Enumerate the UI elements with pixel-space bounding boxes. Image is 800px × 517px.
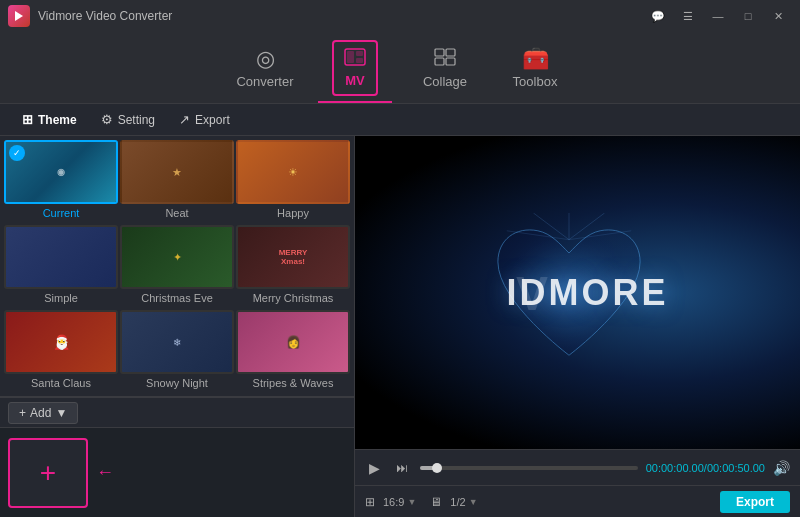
- resolution-value: 1/2: [450, 496, 465, 508]
- subtab-export-label: Export: [195, 113, 230, 127]
- sub-tabs: ⊞ Theme ⚙ Setting ↗ Export: [0, 104, 800, 136]
- theme-stripes-waves[interactable]: 👩 Stripes & Waves: [236, 310, 350, 393]
- controls-bar: ⊞ 16:9 ▼ 🖥 1/2 ▼ Export: [355, 485, 800, 517]
- aspect-ratio-select[interactable]: 16:9 ▼: [383, 496, 416, 508]
- play-button[interactable]: ▶: [365, 458, 384, 478]
- left-bottom: + Add ▼ + ←: [0, 396, 354, 517]
- svg-rect-2: [347, 51, 354, 63]
- theme-simple[interactable]: Simple: [4, 225, 118, 308]
- svg-rect-7: [435, 58, 444, 65]
- setting-icon: ⚙: [101, 112, 113, 127]
- subtab-export[interactable]: ↗ Export: [169, 108, 240, 131]
- theme-santa-claus-label: Santa Claus: [31, 377, 91, 389]
- theme-christmas-eve-label: Christmas Eve: [141, 292, 213, 304]
- preview-background: V IDMORE: [355, 136, 800, 449]
- minimize-button[interactable]: —: [704, 6, 732, 26]
- converter-icon: ◎: [256, 48, 275, 70]
- maximize-button[interactable]: □: [734, 6, 762, 26]
- preview-text: IDMORE: [507, 272, 669, 314]
- tab-collage-label: Collage: [423, 74, 467, 89]
- theme-snowy-night[interactable]: ❄ Snowy Night: [120, 310, 234, 393]
- toolbox-icon: 🧰: [522, 48, 549, 70]
- skip-button[interactable]: ⏭: [392, 459, 412, 477]
- right-panel: V IDMORE ▶ ⏭ 00:00:00.00/00:00:50.00 🔊 ⊞: [355, 136, 800, 517]
- subtab-theme-label: Theme: [38, 113, 77, 127]
- svg-rect-6: [446, 49, 455, 56]
- app-title: Vidmore Video Converter: [38, 9, 644, 23]
- add-media-plus-icon: +: [40, 457, 56, 489]
- progress-thumb: [432, 463, 442, 473]
- selected-check: ✓: [9, 145, 25, 161]
- progress-bar[interactable]: [420, 466, 638, 470]
- chat-button[interactable]: 💬: [644, 6, 672, 26]
- theme-merry-christmas[interactable]: MERRYXmas! Merry Christmas: [236, 225, 350, 308]
- window-controls: 💬 ☰ — □ ✕: [644, 6, 792, 26]
- tab-toolbox[interactable]: 🧰 Toolbox: [490, 39, 580, 103]
- time-total: 00:00:50.00: [707, 462, 765, 474]
- add-media-button[interactable]: +: [8, 438, 88, 508]
- theme-current-label: Current: [43, 207, 80, 219]
- subtab-setting-label: Setting: [118, 113, 155, 127]
- subtab-theme[interactable]: ⊞ Theme: [12, 108, 87, 131]
- add-dropdown-arrow: ▼: [55, 406, 67, 420]
- theme-happy[interactable]: ☀ Happy: [236, 140, 350, 223]
- nav-tabs: ◎ Converter MV Collage: [0, 32, 800, 104]
- add-label: Add: [30, 406, 51, 420]
- tab-converter[interactable]: ◎ Converter: [220, 39, 310, 103]
- add-button[interactable]: + Add ▼: [8, 402, 78, 424]
- add-plus-icon: +: [19, 406, 26, 420]
- tab-mv-label: MV: [345, 73, 365, 88]
- main-content: ◉ ✓ Current ★ Neat ☀: [0, 136, 800, 517]
- preview-area: V IDMORE: [355, 136, 800, 449]
- theme-stripes-waves-label: Stripes & Waves: [253, 377, 334, 389]
- theme-merry-christmas-label: Merry Christmas: [253, 292, 334, 304]
- aspect-ratio-dropdown-arrow: ▼: [407, 497, 416, 507]
- tab-collage[interactable]: Collage: [400, 39, 490, 103]
- svg-rect-5: [435, 49, 444, 56]
- aspect-ratio-value: 16:9: [383, 496, 404, 508]
- mv-icon: [344, 48, 366, 70]
- volume-icon[interactable]: 🔊: [773, 460, 790, 476]
- svg-rect-4: [356, 58, 363, 63]
- theme-snowy-night-label: Snowy Night: [146, 377, 208, 389]
- playback-controls: ▶ ⏭ 00:00:00.00/00:00:50.00 🔊: [355, 449, 800, 485]
- theme-christmas-eve[interactable]: ✦ Christmas Eve: [120, 225, 234, 308]
- progress-fill: [420, 466, 437, 470]
- theme-simple-label: Simple: [44, 292, 78, 304]
- app-icon: [8, 5, 30, 27]
- resolution-dropdown-arrow: ▼: [469, 497, 478, 507]
- svg-rect-8: [446, 58, 455, 65]
- subtab-setting[interactable]: ⚙ Setting: [91, 108, 165, 131]
- tab-converter-label: Converter: [236, 74, 293, 89]
- monitor-icon: 🖥: [430, 495, 442, 509]
- arrow-indicator: ←: [96, 462, 114, 483]
- theme-grid: ◉ ✓ Current ★ Neat ☀: [0, 136, 354, 396]
- time-current: 00:00:00.00: [646, 462, 704, 474]
- filmstrip-area: + ←: [0, 427, 354, 517]
- tab-toolbox-label: Toolbox: [513, 74, 558, 89]
- tab-mv[interactable]: MV: [310, 39, 400, 103]
- bottom-bar: + Add ▼: [0, 397, 354, 427]
- theme-neat[interactable]: ★ Neat: [120, 140, 234, 223]
- menu-button[interactable]: ☰: [674, 6, 702, 26]
- svg-marker-0: [15, 11, 23, 21]
- aspect-ratio-icon: ⊞: [365, 495, 375, 509]
- close-button[interactable]: ✕: [764, 6, 792, 26]
- left-panel: ◉ ✓ Current ★ Neat ☀: [0, 136, 355, 517]
- theme-santa-claus[interactable]: 🎅 Santa Claus: [4, 310, 118, 393]
- svg-rect-3: [356, 51, 363, 56]
- theme-neat-label: Neat: [165, 207, 188, 219]
- collage-icon: [434, 48, 456, 70]
- export-icon: ↗: [179, 112, 190, 127]
- export-button[interactable]: Export: [720, 491, 790, 513]
- resolution-select[interactable]: 1/2 ▼: [450, 496, 477, 508]
- theme-icon: ⊞: [22, 112, 33, 127]
- theme-happy-label: Happy: [277, 207, 309, 219]
- time-display: 00:00:00.00/00:00:50.00: [646, 462, 765, 474]
- title-bar: Vidmore Video Converter 💬 ☰ — □ ✕: [0, 0, 800, 32]
- theme-current[interactable]: ◉ ✓ Current: [4, 140, 118, 223]
